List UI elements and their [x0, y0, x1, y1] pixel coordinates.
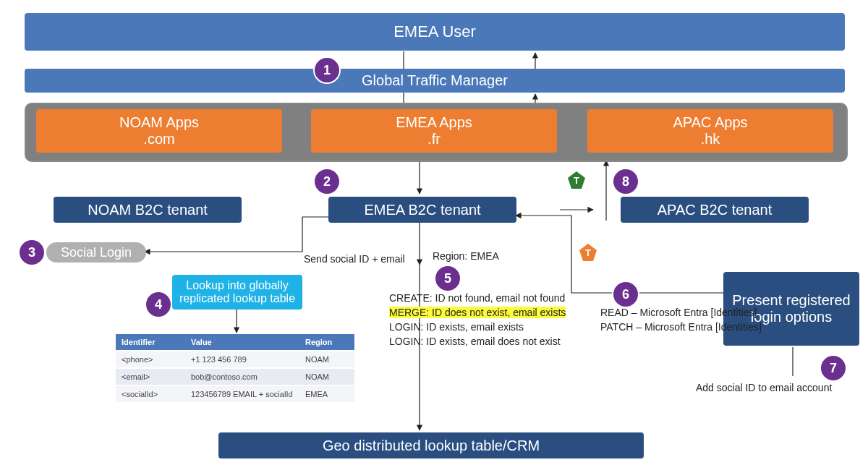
global-traffic-manager-bar: Global Traffic Manager [25, 69, 845, 93]
emea-apps-domain: .fr [427, 131, 441, 148]
token-green-icon: T [567, 171, 586, 189]
apac-apps-box: APAC Apps .hk [587, 109, 833, 153]
svg-line-6 [161, 252, 188, 276]
read-label: READ – Microsoft Entra [Identities] [600, 307, 757, 318]
lookup-box-label: Lookup into globally replicated lookup t… [175, 279, 299, 305]
social-login-label: Social Login [61, 245, 132, 260]
apac-apps-domain: .hk [701, 131, 720, 148]
geo-lookup-label: Geo distributed lookup table/CRM [323, 438, 540, 454]
noam-tenant-label: NOAM B2C tenant [88, 202, 208, 218]
social-login-box: Social Login [46, 242, 146, 263]
noam-apps-domain: .com [143, 131, 174, 148]
table-header-value: Value [185, 334, 299, 351]
login1-label: LOGIN: ID exists, email exists [389, 321, 524, 333]
table-row: <socialId>123456789 EMAIL + socialIdEMEA [116, 385, 354, 402]
emea-apps-box: EMEA Apps .fr [311, 109, 557, 153]
emea-user-label: EMEA User [393, 22, 476, 41]
step-2-badge: 2 [313, 168, 341, 195]
step-1-badge: 1 [313, 56, 341, 84]
step-3-badge: 3 [18, 239, 46, 266]
table-header-row: Identifier Value Region [116, 334, 354, 351]
create-label: CREATE: ID not found, email not found [389, 292, 565, 304]
emea-user-bar: EMEA User [25, 13, 845, 51]
merge-label: MERGE: ID does not exist, email exists [389, 307, 566, 318]
step-7-badge: 7 [820, 354, 847, 382]
apac-tenant-box: APAC B2C tenant [621, 197, 809, 223]
noam-apps-box: NOAM Apps .com [36, 109, 282, 153]
emea-tenant-label: EMEA B2C tenant [364, 202, 480, 218]
login2-label: LOGIN: ID exists, email does not exist [389, 336, 561, 347]
send-social-label: Send social ID + email [304, 253, 405, 265]
emea-tenant-box: EMEA B2C tenant [328, 197, 516, 223]
gtm-label: Global Traffic Manager [362, 72, 508, 89]
noam-apps-title: NOAM Apps [119, 114, 199, 131]
step-8-badge: 8 [612, 168, 639, 195]
step-4-badge: 4 [145, 291, 172, 318]
table-header-region: Region [299, 334, 354, 351]
table-header-identifier: Identifier [116, 334, 185, 351]
step-5-badge: 5 [434, 265, 461, 292]
patch-label: PATCH – Microsoft Entra [Identities] [600, 321, 762, 333]
noam-tenant-box: NOAM B2C tenant [54, 197, 242, 223]
table-row: <email>bob@contoso.comNOAM [116, 368, 354, 385]
geo-lookup-box: Geo distributed lookup table/CRM [218, 432, 644, 458]
region-label: Region: EMEA [433, 250, 499, 262]
lookup-table: Identifier Value Region <phone>+1 123 45… [116, 334, 354, 402]
step-6-badge: 6 [612, 281, 639, 308]
emea-apps-title: EMEA Apps [396, 114, 472, 131]
lookup-box: Lookup into globally replicated lookup t… [172, 275, 302, 310]
add-social-label: Add social ID to email account [696, 382, 832, 393]
apac-apps-title: APAC Apps [673, 114, 747, 131]
table-row: <phone>+1 123 456 789NOAM [116, 351, 354, 368]
apac-tenant-label: APAC B2C tenant [658, 202, 773, 218]
token-orange-icon: T [579, 243, 597, 262]
